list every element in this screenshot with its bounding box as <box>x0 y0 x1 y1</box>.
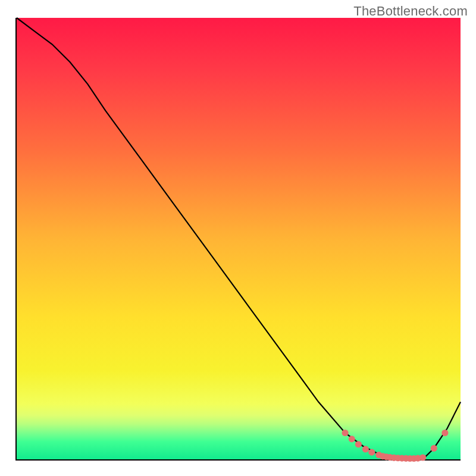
data-marker <box>342 430 348 436</box>
chart-svg <box>17 18 461 459</box>
attribution-label: TheBottleneck.com <box>353 4 468 19</box>
data-marker <box>362 446 369 452</box>
chart-container: TheBottleneck.com <box>0 0 476 476</box>
plot-area <box>15 18 461 461</box>
bottleneck-curve-path <box>17 18 461 459</box>
marker-group <box>342 430 448 462</box>
data-marker <box>419 454 426 461</box>
data-marker <box>441 430 448 436</box>
data-marker <box>368 449 375 456</box>
data-marker <box>431 445 437 452</box>
data-marker <box>355 441 362 447</box>
data-marker <box>349 436 355 442</box>
